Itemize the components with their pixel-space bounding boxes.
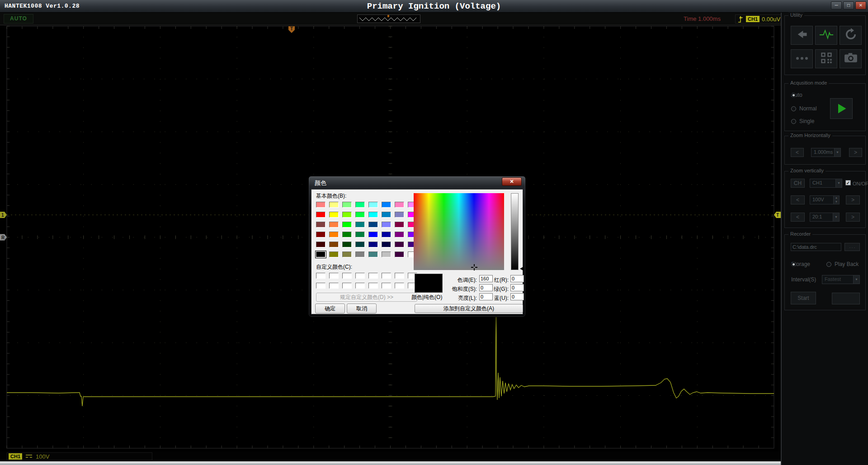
playback-radio[interactable]: Play Back [826, 261, 859, 267]
spinner-arrows[interactable]: ▲▼ [833, 196, 839, 204]
custom-color-swatch[interactable] [316, 273, 326, 279]
basic-color-swatch[interactable] [395, 232, 404, 237]
basic-color-swatch[interactable] [395, 222, 404, 228]
storage-radio[interactable]: Storage [791, 261, 810, 267]
waveform-preview[interactable] [357, 14, 420, 23]
custom-color-swatch[interactable] [329, 273, 339, 279]
luminance-slider-arrow[interactable] [520, 266, 524, 271]
basic-color-swatch[interactable] [382, 232, 391, 237]
custom-color-swatch[interactable] [368, 273, 378, 279]
custom-color-swatch[interactable] [355, 283, 365, 289]
luminance-slider[interactable] [511, 193, 519, 270]
maximize-button[interactable]: □ [843, 1, 854, 9]
custom-color-swatch[interactable] [329, 283, 339, 289]
probe-next-button[interactable]: > [846, 213, 860, 222]
basic-color-swatch[interactable] [395, 251, 404, 257]
acquisition-auto-radio[interactable]: Auto [791, 92, 802, 98]
recorder-secondary-button[interactable] [832, 293, 860, 304]
basic-color-swatch[interactable] [355, 212, 365, 218]
hue-input[interactable] [479, 275, 493, 282]
utility-rotate-ccw-button[interactable] [840, 26, 862, 45]
basic-color-swatch[interactable] [382, 222, 391, 228]
basic-color-swatch[interactable] [355, 242, 365, 247]
browse-button[interactable]: . . . [844, 243, 860, 251]
red-input[interactable] [510, 275, 524, 282]
utility-back-arrow-button[interactable] [791, 26, 813, 45]
probe-ratio-select[interactable]: 20:1 ▼ [810, 213, 840, 222]
close-button[interactable]: ✕ [855, 1, 866, 9]
blue-input[interactable] [510, 293, 524, 300]
basic-color-swatch[interactable] [329, 212, 339, 218]
basic-color-swatch[interactable] [329, 222, 339, 228]
volts-next-button[interactable]: > [846, 195, 860, 204]
timebase-prev-button[interactable]: < [791, 148, 804, 157]
basic-color-swatch[interactable] [368, 251, 378, 257]
basic-color-swatch[interactable] [316, 242, 326, 247]
volts-prev-button[interactable]: < [791, 195, 805, 204]
basic-color-swatch[interactable] [342, 212, 352, 218]
custom-color-swatch[interactable] [382, 283, 391, 289]
basic-color-swatch[interactable] [355, 222, 365, 228]
probe-prev-button[interactable]: < [791, 213, 805, 222]
custom-color-swatch[interactable] [342, 283, 352, 289]
basic-color-swatch[interactable] [316, 232, 326, 237]
basic-color-swatch[interactable] [355, 251, 365, 257]
cancel-button[interactable]: 取消 [347, 304, 377, 313]
basic-color-swatch[interactable] [316, 251, 326, 257]
basic-color-swatch[interactable] [316, 222, 326, 228]
timebase-next-button[interactable]: > [849, 148, 862, 157]
custom-color-swatch[interactable] [395, 283, 404, 289]
interval-select[interactable]: Fastest ▼ [822, 275, 860, 284]
basic-color-swatch[interactable] [355, 232, 365, 237]
basic-color-swatch[interactable] [368, 222, 378, 228]
custom-color-swatch[interactable] [395, 273, 404, 279]
basic-color-swatch[interactable] [395, 202, 404, 208]
basic-color-swatch[interactable] [316, 212, 326, 218]
basic-color-swatch[interactable] [382, 202, 391, 208]
green-input[interactable] [510, 284, 524, 291]
record-start-button[interactable]: Start [791, 292, 816, 304]
luminance-input[interactable] [479, 293, 493, 300]
hue-saturation-field[interactable] [414, 193, 504, 270]
saturation-input[interactable] [479, 284, 493, 291]
channel-button[interactable]: CH [791, 179, 805, 188]
basic-color-swatch[interactable] [342, 202, 352, 208]
basic-color-swatch[interactable] [329, 232, 339, 237]
minimize-button[interactable]: ─ [831, 1, 842, 9]
basic-color-swatch[interactable] [368, 202, 378, 208]
ok-button[interactable]: 确定 [315, 304, 345, 313]
utility-qr-code-button[interactable] [815, 49, 837, 68]
basic-color-swatch[interactable] [368, 232, 378, 237]
custom-color-swatch[interactable] [342, 273, 352, 279]
basic-color-swatch[interactable] [329, 251, 339, 257]
acquisition-single-radio[interactable]: Single [791, 118, 814, 124]
basic-color-swatch[interactable] [382, 251, 391, 257]
run-button[interactable] [830, 98, 853, 119]
basic-color-swatch[interactable] [368, 212, 378, 218]
add-to-custom-colors-button[interactable]: 添加到自定义颜色(A) [415, 304, 523, 313]
channel-select[interactable]: CH1 ▼ [810, 179, 842, 188]
custom-color-swatch[interactable] [382, 273, 391, 279]
basic-color-swatch[interactable] [368, 242, 378, 247]
basic-color-swatch[interactable] [342, 222, 352, 228]
basic-color-swatch[interactable] [329, 242, 339, 247]
custom-color-swatch[interactable] [368, 283, 378, 289]
acquisition-normal-radio[interactable]: Normal [791, 105, 817, 112]
custom-color-swatch[interactable] [355, 273, 365, 279]
basic-color-swatch[interactable] [342, 232, 352, 237]
basic-color-swatch[interactable] [329, 202, 339, 208]
volts-spinner[interactable]: 100V ▲▼ [810, 195, 840, 204]
basic-color-swatch[interactable] [355, 202, 365, 208]
define-custom-colors-button[interactable]: 规定自定义颜色(D) >> [316, 293, 417, 302]
basic-color-swatch[interactable] [395, 212, 404, 218]
basic-color-swatch[interactable] [382, 212, 391, 218]
basic-color-swatch[interactable] [342, 242, 352, 247]
basic-color-swatch[interactable] [316, 202, 326, 208]
basic-color-swatch[interactable] [395, 242, 404, 247]
dialog-close-button[interactable]: ✕ [502, 177, 522, 186]
timebase-select[interactable]: 1.000ms ▼ [811, 148, 841, 157]
basic-color-swatch[interactable] [342, 251, 352, 257]
custom-color-swatch[interactable] [316, 283, 326, 289]
utility-ellipsis-button[interactable] [791, 49, 813, 68]
record-path-input[interactable]: C:\data.drc [791, 243, 841, 251]
